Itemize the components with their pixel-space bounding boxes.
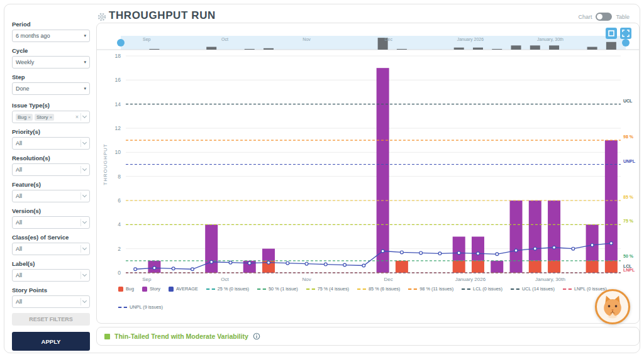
legend-label: AVERAGE xyxy=(176,286,198,292)
legend-dash-marker xyxy=(462,288,470,290)
legend-item-bug[interactable]: Bug xyxy=(118,286,134,292)
filter-labels-value: All xyxy=(16,272,79,278)
svg-text:January, 30th: January, 30th xyxy=(537,37,564,42)
caret-down-icon: ▾ xyxy=(84,60,86,65)
filter-resolution-label: Resolution(s) xyxy=(12,155,90,162)
filter-class-of-service-value: All xyxy=(16,246,79,252)
legend-dash-marker xyxy=(357,288,366,290)
filter-cycle-dropdown[interactable]: Weekly▾ xyxy=(12,56,90,69)
filter-step: StepDone▾ xyxy=(12,74,90,95)
navigator-handle-left[interactable] xyxy=(117,39,125,47)
filter-resolution: Resolution(s)All xyxy=(12,155,90,176)
filter-class-of-service-dropdown[interactable]: All xyxy=(12,243,90,255)
filter-priority-value: All xyxy=(16,140,79,146)
chip-story[interactable]: Story× xyxy=(35,114,54,121)
filter-class-of-service: Class(es) of ServiceAll xyxy=(12,234,90,255)
chevron-down-icon[interactable] xyxy=(82,140,87,145)
navigator[interactable]: SepOctNovDecJanuary 2026January, 30th xyxy=(97,36,639,50)
divider xyxy=(80,140,81,147)
legend-label: 50 % (1 issue) xyxy=(269,286,298,292)
filter-resolution-value: All xyxy=(16,167,79,173)
svg-text:12: 12 xyxy=(115,125,121,131)
svg-text:Oct: Oct xyxy=(221,37,228,41)
chart-card: SepOctNovDecJanuary 2026January, 30th024… xyxy=(96,23,640,324)
chevron-down-icon[interactable] xyxy=(82,219,87,224)
filter-version-label: Version(s) xyxy=(12,207,90,214)
svg-text:4: 4 xyxy=(118,221,121,228)
legend-label: 98 % (11 issues) xyxy=(419,286,453,292)
filter-version-dropdown[interactable]: All xyxy=(12,216,90,229)
clear-all-icon[interactable]: × xyxy=(75,114,79,120)
toggle-label-chart[interactable]: Chart xyxy=(578,14,592,20)
chevron-down-icon[interactable] xyxy=(82,299,87,303)
chevron-down-icon[interactable] xyxy=(82,193,87,197)
svg-text:75 %: 75 % xyxy=(623,219,634,223)
filter-feature-dropdown[interactable]: All xyxy=(12,190,90,202)
throughput-chart[interactable]: SepOctNovDecJanuary 2026January, 30th024… xyxy=(97,23,639,283)
settings-gear-icon[interactable] xyxy=(97,13,106,21)
info-icon[interactable] xyxy=(253,332,260,340)
filter-issue-types-dropdown[interactable]: Bug×Story×× xyxy=(12,111,90,123)
filter-cycle-label: Cycle xyxy=(12,47,90,54)
chart-table-toggle[interactable] xyxy=(596,13,612,21)
svg-text:18: 18 xyxy=(115,53,121,59)
filter-step-value: Done xyxy=(16,85,82,92)
chevron-down-icon[interactable] xyxy=(82,272,87,277)
svg-text:LNPL: LNPL xyxy=(623,268,635,272)
chip-bug[interactable]: Bug× xyxy=(16,114,33,121)
legend-item-50[interactable]: 50 % (1 issue) xyxy=(257,286,298,292)
filter-priority-label: Priority(s) xyxy=(12,128,90,135)
chevron-down-icon[interactable] xyxy=(82,114,87,118)
legend-label: Bug xyxy=(126,286,134,292)
svg-text:January 2026: January 2026 xyxy=(457,37,484,42)
zoom-selection-button[interactable] xyxy=(606,28,617,39)
filter-labels-dropdown[interactable]: All xyxy=(12,269,90,282)
svg-text:Dec: Dec xyxy=(384,277,393,282)
legend-item-25[interactable]: 25 % (0 issues) xyxy=(206,286,249,292)
apply-button[interactable]: APPLY xyxy=(12,332,90,351)
chip-remove-icon[interactable]: × xyxy=(28,114,31,120)
filter-feature-value: All xyxy=(16,193,79,199)
filter-story-points-value: All xyxy=(16,299,79,305)
filter-story-points-dropdown[interactable]: All xyxy=(12,295,90,308)
legend-item-average[interactable]: AVERAGE xyxy=(169,286,198,292)
chevron-down-icon[interactable] xyxy=(82,246,87,250)
legend-item-unpl[interactable]: UNPL (9 issues) xyxy=(118,304,163,310)
svg-text:Nov: Nov xyxy=(303,37,311,41)
fullscreen-button[interactable] xyxy=(620,28,631,39)
legend-item-75[interactable]: 75 % (4 issues) xyxy=(306,286,349,292)
assistant-cat-avatar[interactable] xyxy=(595,289,630,324)
divider xyxy=(80,298,81,305)
legend-dash-marker xyxy=(118,307,127,308)
toggle-label-table[interactable]: Table xyxy=(616,14,630,20)
legend-item-lcl[interactable]: LCL (0 issues) xyxy=(462,286,502,292)
page-title: THROUGHPUT RUN xyxy=(109,9,216,22)
legend-item-story[interactable]: Story xyxy=(142,286,160,292)
chevron-down-icon[interactable] xyxy=(82,167,87,171)
divider xyxy=(80,192,81,200)
chip-remove-icon[interactable]: × xyxy=(50,114,53,120)
legend-dash-marker xyxy=(563,288,572,290)
filter-list: Period6 months ago▾CycleWeekly▾StepDone▾… xyxy=(12,21,90,308)
svg-text:January, 30th: January, 30th xyxy=(535,277,565,282)
legend-item-ucl[interactable]: UCL (14 issues) xyxy=(511,286,555,292)
legend-square-marker xyxy=(169,287,174,292)
filter-priority-dropdown[interactable]: All xyxy=(12,137,90,150)
filter-step-dropdown[interactable]: Done▾ xyxy=(12,82,90,95)
legend-item-85[interactable]: 85 % (6 issues) xyxy=(357,286,400,292)
filter-resolution-dropdown[interactable]: All xyxy=(12,163,90,176)
legend-dash-marker xyxy=(511,288,519,290)
legend-dash-marker xyxy=(257,288,266,290)
legend-item-98[interactable]: 98 % (11 issues) xyxy=(408,286,453,292)
legend-label: 25 % (0 issues) xyxy=(218,286,249,292)
filter-period-dropdown[interactable]: 6 months ago▾ xyxy=(12,30,90,42)
divider xyxy=(80,113,81,121)
navigator-handle-right[interactable] xyxy=(622,39,630,47)
status-card: Thin-Tailed Trend with Moderate Variabil… xyxy=(96,327,640,346)
legend-dash-marker xyxy=(408,288,417,290)
bars xyxy=(148,68,617,273)
app-container: THROUGHPUT RUN Chart Table Period6 month… xyxy=(4,4,640,353)
reset-filters-button[interactable]: RESET FILTERS xyxy=(12,313,90,326)
filter-period: Period6 months ago▾ xyxy=(12,21,90,42)
legend-item-lnpl[interactable]: LNPL (0 issues) xyxy=(563,286,607,292)
